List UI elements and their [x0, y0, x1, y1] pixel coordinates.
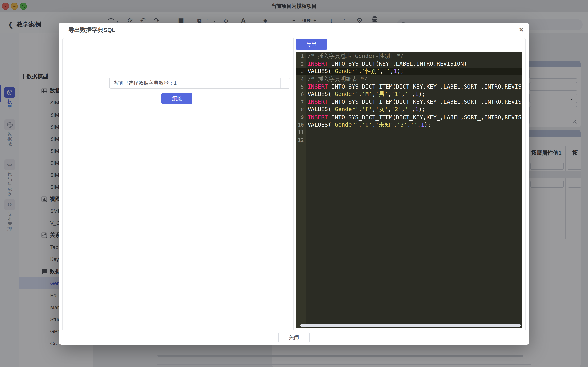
line-text: INSERT INTO SYS_DICT(KEY_,LABEL,INTRO,RE…: [306, 61, 467, 67]
line-number: 4: [296, 76, 306, 82]
line-text: /* 插入字典总表[Gender-性别] */: [306, 53, 404, 60]
code-line: 10VALUES('Gender','U','未知','3','',1);: [296, 121, 522, 129]
sql-code-editor[interactable]: 1/* 插入字典总表[Gender-性别] */2INSERT INTO SYS…: [296, 52, 522, 328]
code-line: 2INSERT INTO SYS_DICT(KEY_,LABEL,INTRO,R…: [296, 60, 522, 67]
line-number: 9: [296, 114, 306, 120]
line-text: VALUES('Gender','性别','',1);: [306, 68, 404, 75]
line-number: 7: [296, 99, 306, 105]
line-number: 2: [296, 61, 306, 67]
line-number: 6: [296, 92, 306, 97]
code-line: 9INSERT INTO SYS_DICT_ITEM(DICT_KEY,KEY_…: [296, 113, 522, 121]
more-options-button[interactable]: •••: [280, 78, 290, 88]
code-line: 11: [296, 129, 522, 136]
line-number: 5: [296, 84, 306, 90]
preview-button[interactable]: 预览: [161, 93, 192, 104]
line-number: 10: [296, 122, 306, 128]
selected-count-field[interactable]: 当前已选择数据字典数量：1 •••: [109, 78, 290, 89]
close-modal-button[interactable]: 关闭: [278, 332, 310, 343]
code-line: 4/* 插入字典明细表 */: [296, 75, 522, 83]
modal-close-icon[interactable]: ×: [519, 25, 523, 34]
selected-count-label: 当前已选择数据字典数量：1: [110, 80, 280, 87]
code-line: 6VALUES('Gender','M','男','1','',1);: [296, 91, 522, 98]
line-number: 12: [296, 137, 306, 143]
code-line: 5INSERT INTO SYS_DICT_ITEM(DICT_KEY,KEY_…: [296, 83, 522, 91]
line-text: /* 插入字典明细表 */: [306, 75, 367, 83]
code-line: 12: [296, 136, 522, 144]
line-number: 1: [296, 53, 306, 59]
line-text: INSERT INTO SYS_DICT_ITEM(DICT_KEY,KEY_,…: [306, 99, 522, 105]
editor-lines: 1/* 插入字典总表[Gender-性别] */2INSERT INTO SYS…: [296, 52, 522, 144]
screen: × − 当前项目为模板项目 ❮ 教学案例 ↑ ▾ ⟳ ↶ ↷ ▦ ⧉ ▢ ▾ ◇…: [0, 0, 588, 367]
code-line: 7INSERT INTO SYS_DICT_ITEM(DICT_KEY,KEY_…: [296, 98, 522, 106]
line-text: INSERT INTO SYS_DICT_ITEM(DICT_KEY,KEY_,…: [306, 114, 522, 120]
line-text: INSERT INTO SYS_DICT_ITEM(DICT_KEY,KEY_,…: [306, 83, 522, 90]
export-button[interactable]: 导出: [296, 39, 327, 50]
line-text: VALUES('Gender','M','男','1','',1);: [306, 91, 425, 98]
code-line: 1/* 插入字典总表[Gender-性别] */: [296, 52, 522, 60]
line-text: VALUES('Gender','U','未知','3','',1);: [306, 121, 431, 128]
line-number: 11: [296, 129, 306, 135]
export-dict-sql-modal: 导出数据字典SQL × 当前已选择数据字典数量：1 ••• 预览 导出 1/* …: [59, 23, 529, 345]
editor-horizontal-scrollbar[interactable]: [300, 324, 521, 327]
pane-divider: [293, 38, 294, 330]
modal-title: 导出数据字典SQL: [69, 26, 115, 34]
line-text: VALUES('Gender','F','女','2','',1);: [306, 106, 425, 113]
code-line: 3VALUES('Gender','性别','',1);: [296, 67, 522, 75]
line-number: 3: [296, 68, 306, 74]
code-line: 8VALUES('Gender','F','女','2','',1);: [296, 106, 522, 113]
text-cursor: [308, 68, 308, 75]
modal-footer-divider: [59, 330, 529, 330]
line-number: 8: [296, 107, 306, 112]
modal-header: 导出数据字典SQL ×: [59, 23, 529, 37]
